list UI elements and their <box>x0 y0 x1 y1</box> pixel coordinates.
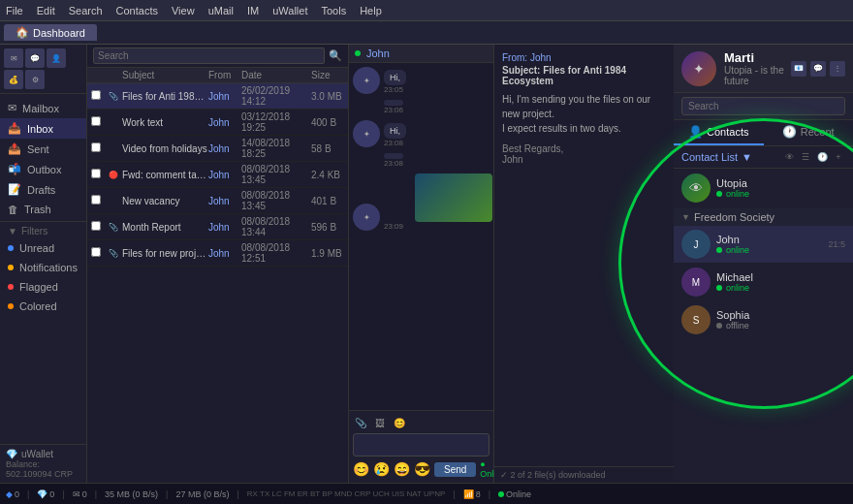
outbox-label: Outbox <box>27 164 61 175</box>
tool-eye-icon[interactable]: 👁 <box>782 150 796 164</box>
header-icon-2[interactable]: 💬 <box>810 61 826 77</box>
contact-name: Michael <box>716 271 845 283</box>
uwallet-label[interactable]: 💎 uWallet <box>6 449 80 459</box>
freedom-society-group[interactable]: ▼ Freedom Society <box>674 208 853 226</box>
tool-list-icon[interactable]: ☰ <box>799 150 812 164</box>
mail-row[interactable]: 🔴 Fwd: comment task 2105 John 08/08/2018… <box>87 162 348 188</box>
row-check[interactable] <box>91 90 109 102</box>
contact-status-dot <box>716 323 722 329</box>
contact-header-info: Marti Utopia - is the future <box>724 50 791 86</box>
dropdown-arrow-icon[interactable]: ▼ <box>742 151 752 163</box>
statusbar: ◆ 0 | 💎 0 | ✉ 0 | 35 MB (0 B/s) | 27 MB … <box>0 483 853 504</box>
emoji-sad[interactable]: 😢 <box>373 461 390 477</box>
menu-umail[interactable]: uMail <box>208 5 234 16</box>
row-check[interactable] <box>91 221 109 233</box>
row-subject: New vacancy <box>122 196 208 206</box>
row-check[interactable] <box>91 247 109 259</box>
emoji-toolbar-icon[interactable]: 😊 <box>392 415 407 430</box>
row-check[interactable] <box>91 116 109 128</box>
menu-file[interactable]: File <box>6 5 23 16</box>
menu-help[interactable]: Help <box>360 5 382 16</box>
list-item[interactable]: M Michael online <box>674 264 853 301</box>
mail-row[interactable]: 📎 Files for Anti 1984 Ecosystem John 26/… <box>87 83 348 110</box>
row-size: 58 B <box>311 143 344 154</box>
contact-header-status: Utopia - is the future <box>724 65 791 86</box>
menu-im[interactable]: IM <box>247 5 259 16</box>
sidebar-item-sent[interactable]: 📤 Sent <box>0 139 86 159</box>
sidebar-item-trash[interactable]: 🗑 Trash <box>0 200 86 219</box>
sidebar-icon-mail[interactable]: ✉ <box>4 48 23 68</box>
row-check[interactable] <box>91 169 109 180</box>
list-item[interactable]: S Sophia offline <box>674 301 853 339</box>
filters-section-label: ▼ Filters <box>0 224 86 238</box>
sidebar-icon-settings[interactable]: ⚙ <box>25 70 45 89</box>
header-icon-1[interactable]: 📧 <box>791 61 806 77</box>
row-from: John <box>208 91 241 102</box>
menu-contacts[interactable]: Contacts <box>116 5 158 16</box>
sidebar-item-colored[interactable]: Colored <box>0 297 86 316</box>
menu-tools[interactable]: Tools <box>321 5 346 16</box>
row-size: 401 B <box>311 196 344 206</box>
mail-row[interactable]: 📎 Files for new project John 08/08/2018 … <box>87 240 348 267</box>
chat-message: ✦ 23:09 <box>353 173 490 231</box>
contact-search-input[interactable] <box>681 97 845 115</box>
row-check[interactable] <box>91 142 109 154</box>
menu-edit[interactable]: Edit <box>37 5 55 16</box>
send-button[interactable]: Send <box>434 462 476 477</box>
sidebar-item-notifications[interactable]: Notifications <box>0 258 86 277</box>
mail-row[interactable]: New vacancy John 08/08/2018 13:45 401 B <box>87 188 348 214</box>
row-size: 2.4 KB <box>311 170 344 180</box>
header-icon-3[interactable]: ⋮ <box>830 61 845 77</box>
mail-search-input[interactable] <box>93 47 325 64</box>
menu-view[interactable]: View <box>172 5 195 16</box>
sidebar-nav: ✉ Mailbox 📥 Inbox 📤 Sent 📬 Outbox 📝 Draf… <box>0 94 86 320</box>
contact-status-dot <box>716 285 722 291</box>
menu-uwallet[interactable]: uWallet <box>272 5 307 16</box>
mail-row[interactable]: 📎 Month Report John 08/08/2018 13:44 596… <box>87 214 348 240</box>
sidebar-item-drafts[interactable]: 📝 Drafts <box>0 179 86 200</box>
utopia-contact-item[interactable]: 👁 Utopia online <box>674 169 853 208</box>
tool-clock-icon[interactable]: 🕐 <box>815 150 829 164</box>
menu-search[interactable]: Search <box>69 5 103 16</box>
attach-icon[interactable]: 📎 <box>353 415 368 430</box>
sidebar-item-flagged[interactable]: Flagged <box>0 277 86 297</box>
contact-info: John online <box>716 234 822 255</box>
emoji-happy[interactable]: 😊 <box>353 461 369 477</box>
diamond-icon: 💎 <box>37 489 47 499</box>
freedom-society-label: Freedom Society <box>694 211 774 223</box>
mail-row[interactable]: Video from holidays John 14/08/2018 18:2… <box>87 136 348 162</box>
chat-text-input[interactable] <box>353 433 490 457</box>
trash-label: Trash <box>24 204 51 215</box>
mail-search-icon[interactable]: 🔍 <box>329 49 342 62</box>
preview-from-label: From: <box>502 52 527 63</box>
statusbar-online: Online <box>498 489 531 499</box>
col-header-from: From <box>208 70 241 80</box>
list-item[interactable]: J John online 21:5 <box>674 226 853 264</box>
unread-dot <box>8 245 14 251</box>
contacts-tab-icon: 👤 <box>688 125 703 139</box>
sidebar-item-unread[interactable]: Unread <box>0 238 86 258</box>
row-check[interactable] <box>91 195 109 206</box>
statusbar-crp: ◆ 0 <box>6 489 19 499</box>
sidebar-item-mailbox[interactable]: ✉ Mailbox <box>0 98 86 118</box>
sidebar-icon-contacts[interactable]: 👤 <box>47 48 66 68</box>
tab-dashboard[interactable]: 🏠 Dashboard <box>4 24 97 41</box>
row-from: John <box>208 170 241 180</box>
tool-add-icon[interactable]: + <box>832 150 845 164</box>
drafts-icon: 📝 <box>8 183 21 196</box>
sidebar-icon-wallet[interactable]: 💰 <box>4 70 23 89</box>
emoji-cool[interactable]: 😎 <box>414 461 430 477</box>
sidebar-icon-chat[interactable]: 💬 <box>25 48 45 68</box>
tab-recent[interactable]: 🕐 Recent <box>764 120 854 145</box>
mail-row[interactable]: Work text John 03/12/2018 19:25 400 B <box>87 110 348 136</box>
image-icon[interactable]: 🖼 <box>372 415 388 430</box>
emoji-grin[interactable]: 😄 <box>394 461 410 477</box>
inbox-icon: 📥 <box>8 122 21 135</box>
sidebar-item-inbox[interactable]: 📥 Inbox <box>0 118 86 139</box>
sidebar-divider <box>0 221 86 222</box>
sidebar-item-outbox[interactable]: 📬 Outbox <box>0 159 86 179</box>
trash-icon: 🗑 <box>8 204 18 215</box>
contact-status-line: online <box>716 283 845 293</box>
tab-contacts[interactable]: 👤 Contacts <box>674 120 764 145</box>
statusbar-indicators: RX TX LC FM ER BT BP MND CRP UCH UIS NAT… <box>247 489 445 498</box>
